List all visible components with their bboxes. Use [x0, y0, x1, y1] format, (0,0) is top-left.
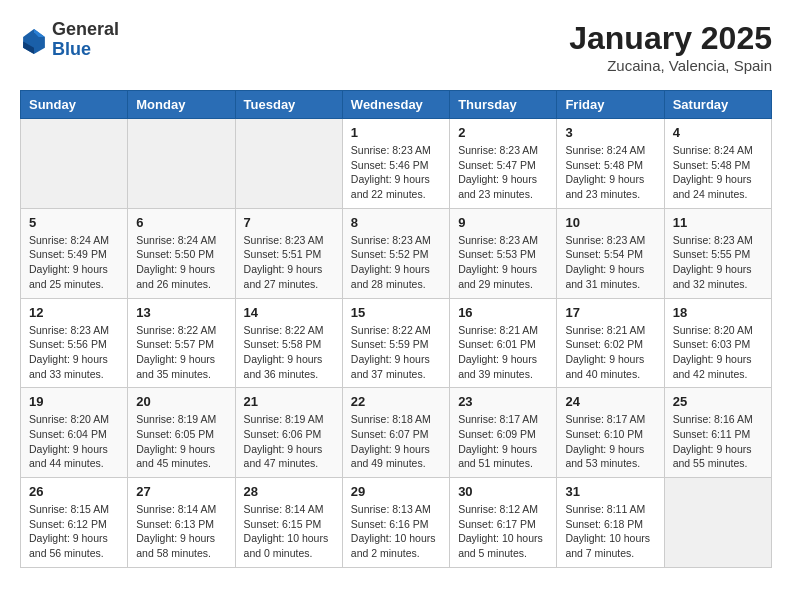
calendar-cell: [21, 119, 128, 209]
day-info: Sunrise: 8:24 AM Sunset: 5:50 PM Dayligh…: [136, 233, 226, 292]
day-number: 24: [565, 394, 655, 409]
day-info: Sunrise: 8:23 AM Sunset: 5:52 PM Dayligh…: [351, 233, 441, 292]
calendar-cell: 30Sunrise: 8:12 AM Sunset: 6:17 PM Dayli…: [450, 478, 557, 568]
calendar-cell: 19Sunrise: 8:20 AM Sunset: 6:04 PM Dayli…: [21, 388, 128, 478]
logo-text: General Blue: [52, 20, 119, 60]
day-number: 22: [351, 394, 441, 409]
day-number: 1: [351, 125, 441, 140]
day-info: Sunrise: 8:18 AM Sunset: 6:07 PM Dayligh…: [351, 412, 441, 471]
day-number: 31: [565, 484, 655, 499]
calendar-cell: 8Sunrise: 8:23 AM Sunset: 5:52 PM Daylig…: [342, 208, 449, 298]
logo-blue-text: Blue: [52, 40, 119, 60]
weekday-header: Wednesday: [342, 91, 449, 119]
day-info: Sunrise: 8:21 AM Sunset: 6:01 PM Dayligh…: [458, 323, 548, 382]
weekday-header: Tuesday: [235, 91, 342, 119]
day-info: Sunrise: 8:22 AM Sunset: 5:57 PM Dayligh…: [136, 323, 226, 382]
day-number: 23: [458, 394, 548, 409]
day-info: Sunrise: 8:24 AM Sunset: 5:49 PM Dayligh…: [29, 233, 119, 292]
calendar-cell: 14Sunrise: 8:22 AM Sunset: 5:58 PM Dayli…: [235, 298, 342, 388]
day-number: 7: [244, 215, 334, 230]
day-number: 26: [29, 484, 119, 499]
day-info: Sunrise: 8:20 AM Sunset: 6:04 PM Dayligh…: [29, 412, 119, 471]
day-number: 18: [673, 305, 763, 320]
day-number: 21: [244, 394, 334, 409]
day-info: Sunrise: 8:22 AM Sunset: 5:59 PM Dayligh…: [351, 323, 441, 382]
calendar-cell: 22Sunrise: 8:18 AM Sunset: 6:07 PM Dayli…: [342, 388, 449, 478]
weekday-row: SundayMondayTuesdayWednesdayThursdayFrid…: [21, 91, 772, 119]
logo: General Blue: [20, 20, 119, 60]
day-number: 17: [565, 305, 655, 320]
day-number: 10: [565, 215, 655, 230]
day-info: Sunrise: 8:17 AM Sunset: 6:09 PM Dayligh…: [458, 412, 548, 471]
day-number: 3: [565, 125, 655, 140]
calendar-cell: 29Sunrise: 8:13 AM Sunset: 6:16 PM Dayli…: [342, 478, 449, 568]
calendar-cell: 9Sunrise: 8:23 AM Sunset: 5:53 PM Daylig…: [450, 208, 557, 298]
day-number: 20: [136, 394, 226, 409]
day-number: 6: [136, 215, 226, 230]
calendar-cell: 24Sunrise: 8:17 AM Sunset: 6:10 PM Dayli…: [557, 388, 664, 478]
weekday-header: Friday: [557, 91, 664, 119]
calendar-cell: 7Sunrise: 8:23 AM Sunset: 5:51 PM Daylig…: [235, 208, 342, 298]
day-info: Sunrise: 8:11 AM Sunset: 6:18 PM Dayligh…: [565, 502, 655, 561]
day-number: 4: [673, 125, 763, 140]
day-info: Sunrise: 8:23 AM Sunset: 5:47 PM Dayligh…: [458, 143, 548, 202]
day-info: Sunrise: 8:16 AM Sunset: 6:11 PM Dayligh…: [673, 412, 763, 471]
day-number: 27: [136, 484, 226, 499]
day-number: 8: [351, 215, 441, 230]
day-info: Sunrise: 8:19 AM Sunset: 6:06 PM Dayligh…: [244, 412, 334, 471]
calendar-cell: 10Sunrise: 8:23 AM Sunset: 5:54 PM Dayli…: [557, 208, 664, 298]
day-number: 5: [29, 215, 119, 230]
calendar-cell: 6Sunrise: 8:24 AM Sunset: 5:50 PM Daylig…: [128, 208, 235, 298]
day-info: Sunrise: 8:23 AM Sunset: 5:56 PM Dayligh…: [29, 323, 119, 382]
calendar-cell: 28Sunrise: 8:14 AM Sunset: 6:15 PM Dayli…: [235, 478, 342, 568]
calendar-cell: 27Sunrise: 8:14 AM Sunset: 6:13 PM Dayli…: [128, 478, 235, 568]
day-info: Sunrise: 8:23 AM Sunset: 5:46 PM Dayligh…: [351, 143, 441, 202]
calendar-cell: [128, 119, 235, 209]
day-number: 9: [458, 215, 548, 230]
day-info: Sunrise: 8:22 AM Sunset: 5:58 PM Dayligh…: [244, 323, 334, 382]
day-info: Sunrise: 8:21 AM Sunset: 6:02 PM Dayligh…: [565, 323, 655, 382]
day-number: 28: [244, 484, 334, 499]
calendar-cell: 26Sunrise: 8:15 AM Sunset: 6:12 PM Dayli…: [21, 478, 128, 568]
calendar-cell: 17Sunrise: 8:21 AM Sunset: 6:02 PM Dayli…: [557, 298, 664, 388]
day-number: 11: [673, 215, 763, 230]
calendar-cell: 15Sunrise: 8:22 AM Sunset: 5:59 PM Dayli…: [342, 298, 449, 388]
calendar-cell: [235, 119, 342, 209]
day-number: 14: [244, 305, 334, 320]
logo-general-text: General: [52, 20, 119, 40]
title-block: January 2025 Zucaina, Valencia, Spain: [569, 20, 772, 74]
calendar-cell: 21Sunrise: 8:19 AM Sunset: 6:06 PM Dayli…: [235, 388, 342, 478]
location: Zucaina, Valencia, Spain: [569, 57, 772, 74]
weekday-header: Sunday: [21, 91, 128, 119]
calendar-cell: 4Sunrise: 8:24 AM Sunset: 5:48 PM Daylig…: [664, 119, 771, 209]
day-info: Sunrise: 8:23 AM Sunset: 5:55 PM Dayligh…: [673, 233, 763, 292]
day-info: Sunrise: 8:14 AM Sunset: 6:15 PM Dayligh…: [244, 502, 334, 561]
day-info: Sunrise: 8:23 AM Sunset: 5:54 PM Dayligh…: [565, 233, 655, 292]
day-info: Sunrise: 8:23 AM Sunset: 5:51 PM Dayligh…: [244, 233, 334, 292]
day-info: Sunrise: 8:14 AM Sunset: 6:13 PM Dayligh…: [136, 502, 226, 561]
calendar-cell: 1Sunrise: 8:23 AM Sunset: 5:46 PM Daylig…: [342, 119, 449, 209]
calendar-cell: [664, 478, 771, 568]
day-number: 12: [29, 305, 119, 320]
day-number: 2: [458, 125, 548, 140]
month-title: January 2025: [569, 20, 772, 57]
day-info: Sunrise: 8:12 AM Sunset: 6:17 PM Dayligh…: [458, 502, 548, 561]
calendar-table: SundayMondayTuesdayWednesdayThursdayFrid…: [20, 90, 772, 568]
day-info: Sunrise: 8:15 AM Sunset: 6:12 PM Dayligh…: [29, 502, 119, 561]
day-number: 25: [673, 394, 763, 409]
calendar-body: 1Sunrise: 8:23 AM Sunset: 5:46 PM Daylig…: [21, 119, 772, 568]
day-number: 30: [458, 484, 548, 499]
day-info: Sunrise: 8:24 AM Sunset: 5:48 PM Dayligh…: [673, 143, 763, 202]
calendar-cell: 12Sunrise: 8:23 AM Sunset: 5:56 PM Dayli…: [21, 298, 128, 388]
day-info: Sunrise: 8:24 AM Sunset: 5:48 PM Dayligh…: [565, 143, 655, 202]
day-info: Sunrise: 8:13 AM Sunset: 6:16 PM Dayligh…: [351, 502, 441, 561]
day-info: Sunrise: 8:23 AM Sunset: 5:53 PM Dayligh…: [458, 233, 548, 292]
calendar-cell: 11Sunrise: 8:23 AM Sunset: 5:55 PM Dayli…: [664, 208, 771, 298]
calendar-header: SundayMondayTuesdayWednesdayThursdayFrid…: [21, 91, 772, 119]
calendar-week-row: 1Sunrise: 8:23 AM Sunset: 5:46 PM Daylig…: [21, 119, 772, 209]
calendar-cell: 16Sunrise: 8:21 AM Sunset: 6:01 PM Dayli…: [450, 298, 557, 388]
weekday-header: Monday: [128, 91, 235, 119]
calendar-cell: 13Sunrise: 8:22 AM Sunset: 5:57 PM Dayli…: [128, 298, 235, 388]
day-number: 16: [458, 305, 548, 320]
calendar-cell: 18Sunrise: 8:20 AM Sunset: 6:03 PM Dayli…: [664, 298, 771, 388]
